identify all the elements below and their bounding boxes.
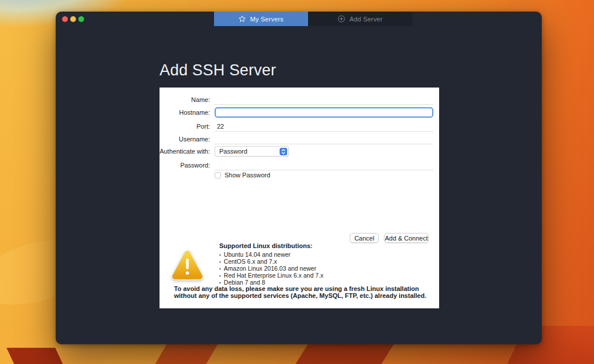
form-row-authenticate: Authenticate with: Password [160,146,439,156]
tab-add-server[interactable]: Add Server [308,12,412,26]
form-row-hostname: Hostname: [160,107,439,118]
app-window: My Servers Add Server Add SSH Server Nam… [56,12,542,344]
username-label: Username: [160,136,215,143]
show-password-checkbox[interactable] [215,172,221,179]
authenticate-with-popup[interactable]: Password [215,146,289,156]
distribution-list: Ubuntu 14.04 and newer CentOS 6.x and 7.… [219,252,323,286]
cancel-button[interactable]: Cancel [350,233,379,243]
form-row-password: Password: [160,159,439,170]
plus-circle-icon [338,15,345,23]
port-field[interactable] [215,122,433,132]
form-row-port: Port: [160,121,439,132]
form-row-name: Name: [160,94,439,105]
star-icon [238,15,246,23]
add-and-connect-button[interactable]: Add & Connect [384,233,429,243]
username-field[interactable] [215,134,433,144]
hostname-label: Hostname: [160,109,215,116]
supported-distributions-info: Supported Linux distributions: Ubuntu 14… [219,242,323,286]
form-row-show-password: Show Password [160,172,439,179]
close-button[interactable] [62,16,68,22]
data-loss-warning: To avoid any data loss, please make sure… [174,286,428,299]
traffic-lights [62,16,84,22]
minimize-button[interactable] [70,16,76,22]
tab-bar: My Servers Add Server [214,12,412,26]
page-title: Add SSH Server [160,61,276,79]
authenticate-with-label: Authenticate with: [160,148,215,155]
form-row-username: Username: [160,133,439,144]
password-field[interactable] [215,161,433,170]
popup-selected-value: Password [219,148,247,155]
name-field[interactable] [215,95,433,105]
name-label: Name: [160,96,215,103]
show-password-label[interactable]: Show Password [224,172,270,179]
zoom-button[interactable] [78,16,84,22]
warning-triangle-icon [172,249,203,282]
hostname-field[interactable] [215,107,433,118]
tab-label: Add Server [349,16,382,23]
stepper-icon [280,148,287,155]
tab-my-servers[interactable]: My Servers [214,12,308,26]
add-ssh-server-form: Name: Hostname: Port: Username: Authenti… [160,88,439,308]
password-label: Password: [160,162,215,169]
tab-label: My Servers [250,16,284,23]
title-bar[interactable]: My Servers Add Server [56,12,542,26]
port-label: Port: [160,123,215,130]
supported-distributions-heading: Supported Linux distributions: [219,242,323,249]
